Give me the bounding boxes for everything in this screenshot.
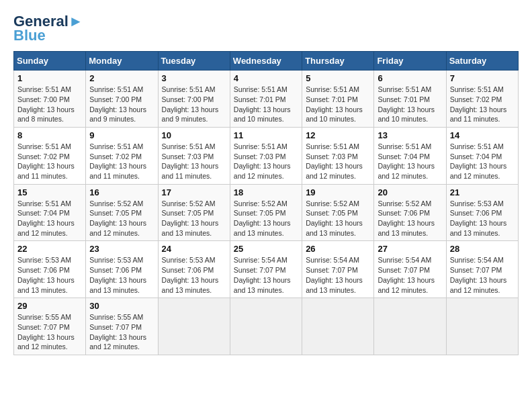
empty-cell (374, 298, 446, 355)
calendar-day-24: 24Sunrise: 5:53 AMSunset: 7:06 PMDayligh… (158, 241, 230, 298)
day-info: Sunrise: 5:54 AMSunset: 7:07 PMDaylight:… (450, 255, 515, 295)
day-info: Sunrise: 5:51 AMSunset: 7:02 PMDaylight:… (89, 142, 154, 181)
calendar-week-row: 1Sunrise: 5:51 AMSunset: 7:00 PMDaylight… (14, 71, 519, 128)
day-number: 22 (17, 244, 82, 254)
day-number: 8 (17, 130, 82, 140)
day-info: Sunrise: 5:51 AMSunset: 7:02 PMDaylight:… (17, 142, 82, 181)
weekday-header-wednesday: Wednesday (230, 52, 302, 71)
day-number: 30 (89, 301, 154, 311)
day-number: 14 (450, 130, 515, 140)
day-info: Sunrise: 5:54 AMSunset: 7:07 PMDaylight:… (306, 255, 370, 295)
day-number: 12 (306, 130, 370, 140)
day-info: Sunrise: 5:51 AMSunset: 7:04 PMDaylight:… (378, 142, 442, 181)
day-info: Sunrise: 5:51 AMSunset: 7:01 PMDaylight:… (378, 85, 442, 124)
day-number: 1 (17, 73, 82, 83)
day-info: Sunrise: 5:53 AMSunset: 7:06 PMDaylight:… (450, 199, 515, 238)
calendar-week-row: 15Sunrise: 5:51 AMSunset: 7:04 PMDayligh… (14, 184, 519, 241)
empty-cell (446, 298, 518, 355)
day-info: Sunrise: 5:53 AMSunset: 7:06 PMDaylight:… (89, 255, 154, 295)
empty-cell (230, 298, 302, 355)
day-number: 11 (234, 130, 298, 140)
calendar-day-28: 28Sunrise: 5:54 AMSunset: 7:07 PMDayligh… (446, 241, 518, 298)
day-info: Sunrise: 5:51 AMSunset: 7:03 PMDaylight:… (162, 142, 226, 181)
day-number: 27 (378, 244, 442, 254)
calendar-day-10: 10Sunrise: 5:51 AMSunset: 7:03 PMDayligh… (158, 127, 230, 184)
day-info: Sunrise: 5:53 AMSunset: 7:06 PMDaylight:… (17, 255, 82, 295)
day-number: 5 (306, 73, 370, 83)
weekday-header-row: SundayMondayTuesdayWednesdayThursdayFrid… (14, 52, 519, 71)
calendar-table: SundayMondayTuesdayWednesdayThursdayFrid… (13, 51, 519, 355)
calendar-day-6: 6Sunrise: 5:51 AMSunset: 7:01 PMDaylight… (374, 71, 446, 128)
calendar-day-26: 26Sunrise: 5:54 AMSunset: 7:07 PMDayligh… (302, 241, 374, 298)
day-info: Sunrise: 5:51 AMSunset: 7:00 PMDaylight:… (17, 85, 82, 124)
calendar-day-7: 7Sunrise: 5:51 AMSunset: 7:02 PMDaylight… (446, 71, 518, 128)
calendar-day-9: 9Sunrise: 5:51 AMSunset: 7:02 PMDaylight… (86, 127, 158, 184)
calendar-day-11: 11Sunrise: 5:51 AMSunset: 7:03 PMDayligh… (230, 127, 302, 184)
calendar-day-18: 18Sunrise: 5:52 AMSunset: 7:05 PMDayligh… (230, 184, 302, 241)
calendar-day-17: 17Sunrise: 5:52 AMSunset: 7:05 PMDayligh… (158, 184, 230, 241)
day-info: Sunrise: 5:51 AMSunset: 7:01 PMDaylight:… (306, 85, 370, 124)
day-info: Sunrise: 5:55 AMSunset: 7:07 PMDaylight:… (89, 312, 154, 352)
empty-cell (158, 298, 230, 355)
calendar-day-25: 25Sunrise: 5:54 AMSunset: 7:07 PMDayligh… (230, 241, 302, 298)
day-number: 21 (450, 187, 515, 197)
calendar-day-14: 14Sunrise: 5:51 AMSunset: 7:04 PMDayligh… (446, 127, 518, 184)
calendar-day-3: 3Sunrise: 5:51 AMSunset: 7:00 PMDaylight… (158, 71, 230, 128)
day-info: Sunrise: 5:51 AMSunset: 7:04 PMDaylight:… (17, 199, 82, 238)
day-info: Sunrise: 5:51 AMSunset: 7:03 PMDaylight:… (234, 142, 298, 181)
weekday-header-tuesday: Tuesday (158, 52, 230, 71)
weekday-header-sunday: Sunday (14, 52, 86, 71)
day-number: 13 (378, 130, 442, 140)
day-number: 25 (234, 244, 298, 254)
day-number: 17 (162, 187, 226, 197)
weekday-header-thursday: Thursday (302, 52, 374, 71)
day-info: Sunrise: 5:52 AMSunset: 7:05 PMDaylight:… (234, 199, 298, 238)
day-info: Sunrise: 5:54 AMSunset: 7:07 PMDaylight:… (234, 255, 298, 295)
day-info: Sunrise: 5:52 AMSunset: 7:06 PMDaylight:… (378, 199, 442, 238)
calendar-day-23: 23Sunrise: 5:53 AMSunset: 7:06 PMDayligh… (86, 241, 158, 298)
calendar-day-21: 21Sunrise: 5:53 AMSunset: 7:06 PMDayligh… (446, 184, 518, 241)
day-number: 2 (89, 73, 154, 83)
day-info: Sunrise: 5:51 AMSunset: 7:04 PMDaylight:… (450, 142, 515, 181)
day-number: 6 (378, 73, 442, 83)
day-number: 26 (306, 244, 370, 254)
day-number: 23 (89, 244, 154, 254)
day-info: Sunrise: 5:51 AMSunset: 7:01 PMDaylight:… (234, 85, 298, 124)
day-number: 4 (234, 73, 298, 83)
calendar-day-29: 29Sunrise: 5:55 AMSunset: 7:07 PMDayligh… (14, 298, 86, 355)
calendar-day-16: 16Sunrise: 5:52 AMSunset: 7:05 PMDayligh… (86, 184, 158, 241)
weekday-header-monday: Monday (86, 52, 158, 71)
calendar-week-row: 8Sunrise: 5:51 AMSunset: 7:02 PMDaylight… (14, 127, 519, 184)
calendar-day-4: 4Sunrise: 5:51 AMSunset: 7:01 PMDaylight… (230, 71, 302, 128)
calendar-day-20: 20Sunrise: 5:52 AMSunset: 7:06 PMDayligh… (374, 184, 446, 241)
calendar-day-2: 2Sunrise: 5:51 AMSunset: 7:00 PMDaylight… (86, 71, 158, 128)
day-number: 15 (17, 187, 82, 197)
day-info: Sunrise: 5:54 AMSunset: 7:07 PMDaylight:… (378, 255, 442, 295)
weekday-header-saturday: Saturday (446, 52, 518, 71)
calendar-day-13: 13Sunrise: 5:51 AMSunset: 7:04 PMDayligh… (374, 127, 446, 184)
day-info: Sunrise: 5:51 AMSunset: 7:03 PMDaylight:… (306, 142, 370, 181)
day-info: Sunrise: 5:51 AMSunset: 7:00 PMDaylight:… (89, 85, 154, 124)
day-number: 24 (162, 244, 226, 254)
calendar-week-row: 29Sunrise: 5:55 AMSunset: 7:07 PMDayligh… (14, 298, 519, 355)
day-number: 29 (17, 301, 82, 311)
calendar-day-27: 27Sunrise: 5:54 AMSunset: 7:07 PMDayligh… (374, 241, 446, 298)
day-number: 28 (450, 244, 515, 254)
logo: General► Blue (13, 13, 83, 44)
calendar-day-19: 19Sunrise: 5:52 AMSunset: 7:05 PMDayligh… (302, 184, 374, 241)
day-number: 10 (162, 130, 226, 140)
calendar-week-row: 22Sunrise: 5:53 AMSunset: 7:06 PMDayligh… (14, 241, 519, 298)
weekday-header-friday: Friday (374, 52, 446, 71)
calendar-day-5: 5Sunrise: 5:51 AMSunset: 7:01 PMDaylight… (302, 71, 374, 128)
calendar-day-8: 8Sunrise: 5:51 AMSunset: 7:02 PMDaylight… (14, 127, 86, 184)
day-info: Sunrise: 5:53 AMSunset: 7:06 PMDaylight:… (162, 255, 226, 295)
day-number: 3 (162, 73, 226, 83)
day-number: 7 (450, 73, 515, 83)
day-number: 19 (306, 187, 370, 197)
day-number: 16 (89, 187, 154, 197)
calendar-day-12: 12Sunrise: 5:51 AMSunset: 7:03 PMDayligh… (302, 127, 374, 184)
day-info: Sunrise: 5:55 AMSunset: 7:07 PMDaylight:… (17, 312, 82, 352)
calendar-day-15: 15Sunrise: 5:51 AMSunset: 7:04 PMDayligh… (14, 184, 86, 241)
empty-cell (302, 298, 374, 355)
day-number: 18 (234, 187, 298, 197)
